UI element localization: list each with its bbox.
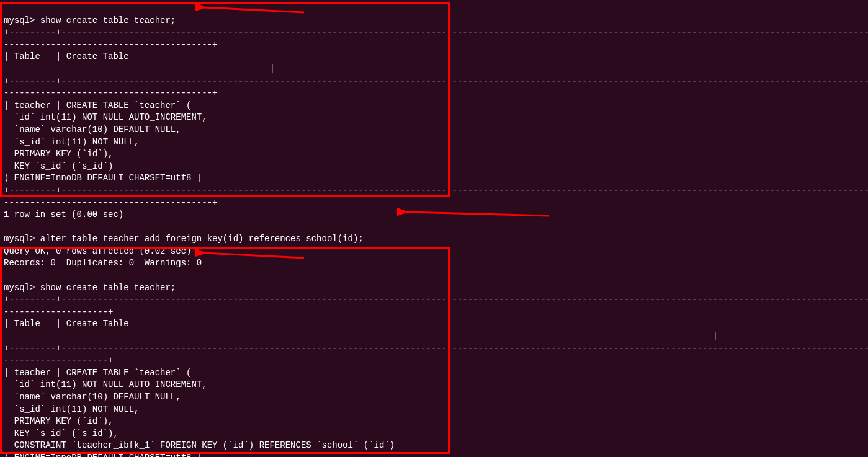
table-header-end: | (4, 64, 275, 74)
extra-sep: --------------------+ (4, 355, 113, 365)
result-line: Records: 0 Duplicates: 0 Warnings: 0 (4, 258, 202, 268)
table-body-line: `id` int(11) NOT NULL AUTO_INCREMENT, (4, 112, 207, 122)
table-body-line: `s_id` int(11) NOT NULL, (4, 404, 139, 414)
result-line: Query OK, 0 rows affected (0.02 sec) (4, 246, 191, 256)
prompt: mysql> (4, 283, 40, 293)
table-header-end: | (4, 331, 718, 341)
table-body-line: | teacher | CREATE TABLE `teacher` ( (4, 368, 191, 378)
table-body-line: PRIMARY KEY (`id`), (4, 149, 113, 159)
extra-sep: ----------------------------------------… (4, 198, 217, 208)
table-header: | Table | Create Table (4, 51, 129, 61)
table-body-line: PRIMARY KEY (`id`), (4, 416, 113, 426)
extra-sep: ----------------------------------------… (4, 88, 217, 98)
table-body-line: `name` varchar(10) DEFAULT NULL, (4, 392, 181, 402)
extra-sep: ----------------------------------------… (4, 40, 217, 50)
separator-line: +---------+-----------------------------… (4, 27, 868, 37)
table-body-line: KEY `s_id` (`s_id`), (4, 428, 119, 438)
separator-line: +---------+-----------------------------… (4, 344, 868, 353)
table-body-line: ) ENGINE=InnoDB DEFAULT CHARSET=utf8 | (4, 173, 202, 183)
prompt: mysql> (4, 16, 40, 25)
table-body-line: CONSTRAINT `teacher_ibfk_1` FOREIGN KEY … (4, 440, 395, 450)
terminal-output[interactable]: mysql> show create table teacher; +-----… (0, 0, 868, 457)
table-body-line: ) ENGINE=InnoDB DEFAULT CHARSET=utf8 | (4, 453, 202, 457)
table-body-line: `name` varchar(10) DEFAULT NULL, (4, 125, 181, 135)
prompt: mysql> (4, 234, 40, 244)
separator-line: +---------+-----------------------------… (4, 295, 868, 304)
table-body-line: | teacher | CREATE TABLE `teacher` ( (4, 100, 191, 110)
table-body-line: `s_id` int(11) NOT NULL, (4, 137, 139, 147)
separator-line: +---------+-----------------------------… (4, 76, 868, 86)
extra-sep: --------------------+ (4, 307, 113, 317)
command: alter table teacher add foreign key(id) … (40, 234, 364, 244)
table-header: | Table | Create Table (4, 319, 129, 329)
command: show create table teacher; (40, 16, 176, 25)
table-body-line: KEY `s_id` (`s_id`) (4, 161, 113, 171)
table-body-line: `id` int(11) NOT NULL AUTO_INCREMENT, (4, 379, 207, 389)
separator-line: +---------+-----------------------------… (4, 185, 868, 195)
command: show create table teacher; (40, 283, 176, 293)
result-footer: 1 row in set (0.00 sec) (4, 210, 123, 220)
